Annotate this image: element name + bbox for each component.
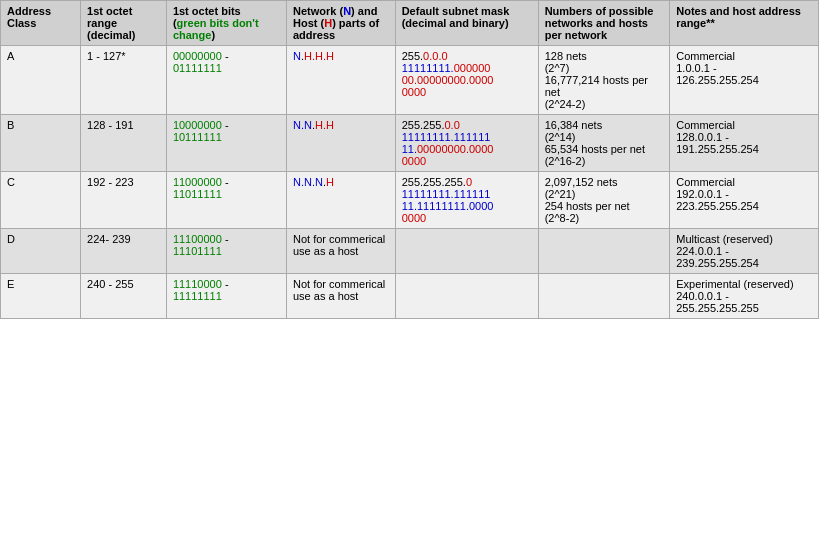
class-a-mask: 255.0.0.0 11111111.000000 00.00000000.00… — [395, 46, 538, 115]
class-d-nh: Not for commerical use as a host — [287, 229, 396, 274]
class-e-notes: Experimental (reserved)240.0.0.1 -255.25… — [670, 274, 819, 319]
class-a-notes: Commercial1.0.0.1 -126.255.255.254 — [670, 46, 819, 115]
col-header-notes: Notes and host address range** — [670, 1, 819, 46]
class-d-range: 224- 239 — [81, 229, 167, 274]
class-e-range: 240 - 255 — [81, 274, 167, 319]
class-b-networks: 16,384 nets(2^14)65,534 hosts per net(2^… — [538, 115, 670, 172]
col-header-networks: Numbers of possible networks and hosts p… — [538, 1, 670, 46]
class-c-range: 192 - 223 — [81, 172, 167, 229]
class-d-mask — [395, 229, 538, 274]
class-c-networks: 2,097,152 nets(2^21)254 hosts per net(2^… — [538, 172, 670, 229]
class-e-nh: Not for commerical use as a host — [287, 274, 396, 319]
class-a-nh: N.H.H.H — [287, 46, 396, 115]
class-b-label: B — [1, 115, 81, 172]
class-d-networks — [538, 229, 670, 274]
col-header-class: Address Class — [1, 1, 81, 46]
class-c-notes: Commercial192.0.0.1 -223.255.255.254 — [670, 172, 819, 229]
col-header-nh: Network (N) and Host (H) parts of addres… — [287, 1, 396, 46]
class-a-label: A — [1, 46, 81, 115]
class-e-bits: 11110000 - 11111111 — [166, 274, 286, 319]
class-d-notes: Multicast (reserved)224.0.0.1 -239.255.2… — [670, 229, 819, 274]
class-c-mask: 255.255.255.0 11111111.111111 11.1111111… — [395, 172, 538, 229]
ip-class-table: Address Class 1st octet range (decimal) … — [0, 0, 819, 319]
class-e-networks — [538, 274, 670, 319]
class-c-bits: 11000000 - 11011111 — [166, 172, 286, 229]
class-e-label: E — [1, 274, 81, 319]
class-a-bits: 00000000 - 01111111 — [166, 46, 286, 115]
class-b-mask: 255.255.0.0 11111111.111111 11.00000000.… — [395, 115, 538, 172]
class-b-bits: 10000000 - 10111111 — [166, 115, 286, 172]
class-b-range: 128 - 191 — [81, 115, 167, 172]
class-e-mask — [395, 274, 538, 319]
class-c-nh: N.N.N.H — [287, 172, 396, 229]
class-c-label: C — [1, 172, 81, 229]
class-b-nh: N.N.H.H — [287, 115, 396, 172]
col-header-mask: Default subnet mask (decimal and binary) — [395, 1, 538, 46]
class-d-label: D — [1, 229, 81, 274]
class-b-notes: Commercial128.0.0.1 -191.255.255.254 — [670, 115, 819, 172]
col-header-range: 1st octet range (decimal) — [81, 1, 167, 46]
class-a-range: 1 - 127* — [81, 46, 167, 115]
class-a-networks: 128 nets(2^7)16,777,214 hosts per net(2^… — [538, 46, 670, 115]
class-d-bits: 11100000 - 11101111 — [166, 229, 286, 274]
col-header-bits: 1st octet bits(green bits don't change) — [166, 1, 286, 46]
